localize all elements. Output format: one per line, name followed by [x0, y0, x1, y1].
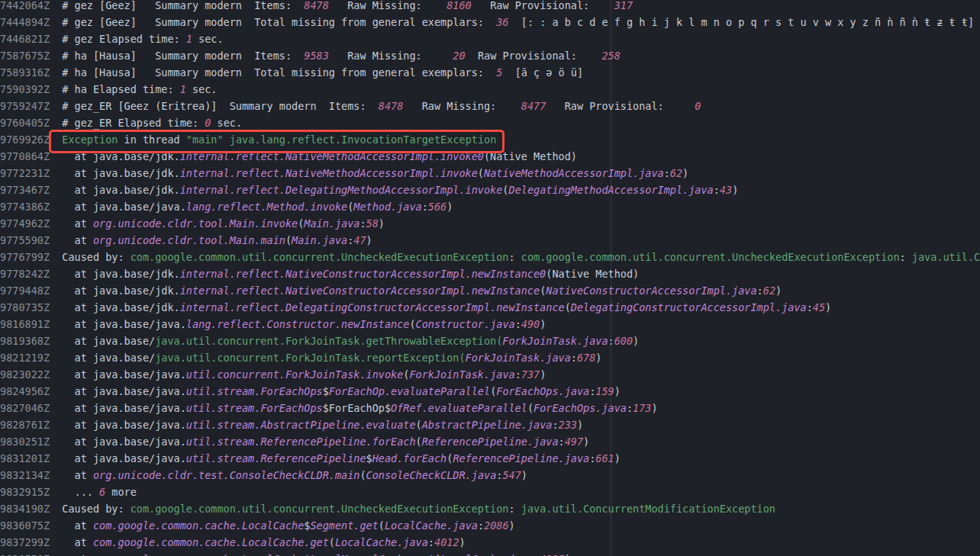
timestamp: 9779448Z: [0, 284, 50, 297]
log-line: 9773467Z at java.base/jdk.internal.refle…: [0, 182, 980, 198]
log-line: 9775590Z at org.unicode.cldr.tool.Main.m…: [0, 232, 980, 249]
timestamp: 9769926Z: [0, 133, 50, 146]
timestamp: 7589316Z: [0, 66, 50, 79]
timestamp: 9821219Z: [0, 352, 50, 364]
timestamp: 9759247Z: [0, 100, 50, 112]
timestamp: 9830251Z: [0, 435, 50, 448]
log-line: 9774962Z at org.unicode.cldr.tool.Main.i…: [0, 215, 980, 232]
timestamp: 9816891Z: [0, 318, 50, 330]
log-line: 9831201Z at java.base/java.util.stream.R…: [0, 450, 980, 467]
log-line: 9760405Z # gez_ER Elapsed time: 0 sec.: [0, 114, 980, 131]
log-line: 7444894Z # gez [Geez] Summary modern Tot…: [0, 14, 980, 31]
log-line: 9832134Z at org.unicode.cldr.test.Consol…: [0, 467, 980, 484]
timestamp: 9832134Z: [0, 469, 50, 481]
log-line: 9780735Z at java.base/jdk.internal.refle…: [0, 299, 980, 316]
timestamp: 9819368Z: [0, 335, 50, 347]
timestamp: 9827046Z: [0, 402, 50, 414]
timestamp: 9824956Z: [0, 385, 50, 397]
log-line: 9836075Z at com.google.common.cache.Loca…: [0, 517, 980, 534]
timestamp: 9823022Z: [0, 368, 50, 381]
timestamp: 9760405Z: [0, 117, 50, 129]
log-line: 9774386Z at java.base/java.lang.reflect.…: [0, 198, 980, 215]
timestamp: 9831201Z: [0, 452, 50, 464]
log-line: 9778242Z at java.base/jdk.internal.refle…: [0, 265, 980, 282]
timestamp: 9776799Z: [0, 251, 50, 263]
log-line: 9759247Z # gez_ER [Geez (Eritrea)] Summa…: [0, 98, 980, 114]
log-line: 7442064Z # gez [Geez] Summary modern Ite…: [0, 0, 980, 14]
log-line: 7589316Z # ha [Hausa] Summary modern Tot…: [0, 64, 980, 81]
timestamp: 9774962Z: [0, 217, 50, 230]
timestamp: 9832915Z: [0, 486, 50, 498]
log-line: 9769926Z Exception in thread "main" java…: [0, 131, 980, 148]
timestamp: 9775590Z: [0, 234, 50, 246]
timestamp: 7590392Z: [0, 83, 50, 95]
timestamp: 9772231Z: [0, 167, 50, 179]
timestamp: 9773467Z: [0, 184, 50, 196]
timestamp: 7587675Z: [0, 50, 50, 62]
log-line: 9816891Z at java.base/java.lang.reflect.…: [0, 316, 980, 333]
timestamp: 9770864Z: [0, 150, 50, 162]
timestamp: 9828761Z: [0, 419, 50, 431]
log-line: 9824956Z at java.base/java.util.stream.F…: [0, 383, 980, 400]
timestamp: 7444894Z: [0, 16, 50, 28]
terminal-window: 7442064Z # gez [Geez] Summary modern Ite…: [0, 0, 980, 556]
log-line: 7587675Z # ha [Hausa] Summary modern Ite…: [0, 47, 980, 64]
log-line: 9837299Z at com.google.common.cache.Loca…: [0, 534, 980, 551]
log-output: 7442064Z # gez [Geez] Summary modern Ite…: [0, 0, 980, 556]
log-line: 9828761Z at java.base/java.util.stream.A…: [0, 416, 980, 433]
timestamp: 7442064Z: [0, 0, 50, 11]
log-line: 9832915Z ... 6 more: [0, 484, 980, 500]
log-line: 9776799Z Caused by: com.google.common.ut…: [0, 249, 980, 265]
log-line: 9823022Z at java.base/java.util.concurre…: [0, 366, 980, 383]
log-line: 9819368Z at java.base/java.util.concurre…: [0, 333, 980, 349]
timestamp: 9837299Z: [0, 536, 50, 548]
log-line: 9834190Z Caused by: com.google.common.ut…: [0, 500, 980, 517]
timestamp: 9834190Z: [0, 503, 50, 515]
log-line: 9770864Z at java.base/jdk.internal.refle…: [0, 148, 980, 165]
log-line: 7590392Z # ha Elapsed time: 1 sec.: [0, 81, 980, 98]
log-line: 7446821Z # gez Elapsed time: 1 sec.: [0, 31, 980, 47]
log-line: 9772231Z at java.base/jdk.internal.refle…: [0, 165, 980, 182]
log-line: 9821219Z at java.base/java.util.concurre…: [0, 349, 980, 366]
timestamp: 9778242Z: [0, 268, 50, 280]
timestamp: 9838550Z: [0, 553, 50, 556]
timestamp: 9836075Z: [0, 519, 50, 532]
timestamp: 9780735Z: [0, 301, 50, 313]
log-line: 9827046Z at java.base/java.util.stream.F…: [0, 400, 980, 416]
log-line: 9830251Z at java.base/java.util.stream.R…: [0, 433, 980, 450]
timestamp: 9774386Z: [0, 201, 50, 213]
log-line: 9779448Z at java.base/jdk.internal.refle…: [0, 282, 980, 299]
timestamp: 7446821Z: [0, 33, 50, 45]
log-line: 9838550Z at com.google.common.cache.Loca…: [0, 551, 980, 556]
